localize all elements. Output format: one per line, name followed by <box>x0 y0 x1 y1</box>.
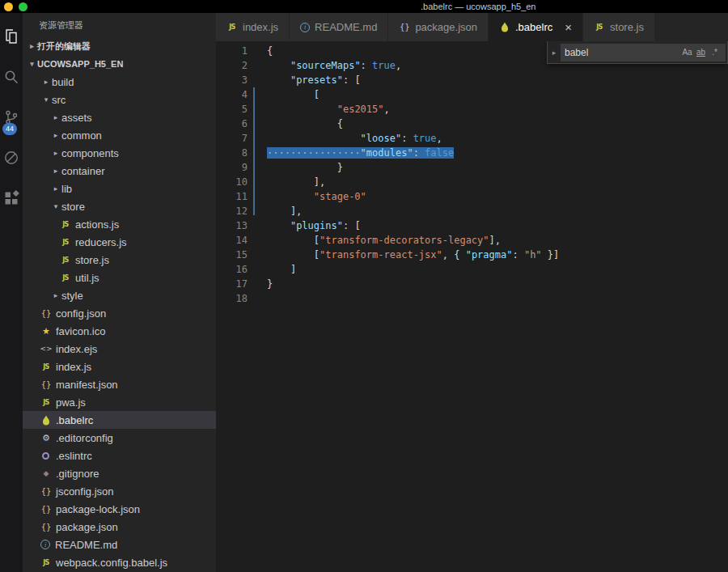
tree-item-src[interactable]: ▾src <box>23 91 216 108</box>
tree-item-util.js[interactable]: JSutil.js <box>23 269 216 286</box>
tree-item-jsconfig.json[interactable]: {}jsconfig.json <box>23 482 216 500</box>
code-line[interactable]: 17} <box>216 277 728 291</box>
tree-item-.editorconfig[interactable]: ⚙.editorconfig <box>23 429 216 447</box>
tree-item-label: .editorconfig <box>56 432 113 444</box>
tree-item-common[interactable]: ▸common <box>23 126 216 144</box>
code-line[interactable]: 8················"modules": false <box>216 146 728 160</box>
gear-file-icon: ⚙ <box>40 432 52 443</box>
line-text: ], <box>267 175 325 189</box>
code-line[interactable]: 16 ] <box>216 262 728 277</box>
code-line[interactable]: 5 "es2015", <box>216 102 728 117</box>
tree-item-label: pwa.js <box>56 396 86 409</box>
code-lines: 1{2 "sourceMaps": true,3 "presets": [4 [… <box>216 41 728 306</box>
line-number: 2 <box>216 58 248 73</box>
tab-store.js[interactable]: JSstore.js <box>583 13 655 41</box>
match-case-toggle[interactable]: Aa <box>680 48 694 57</box>
tree-item-style[interactable]: ▸style <box>23 286 216 304</box>
tree-item-label: favicon.ico <box>56 325 105 337</box>
chevron-right-icon: ▸ <box>40 78 52 86</box>
code-line[interactable]: 10 ], <box>216 175 728 189</box>
workspace-section[interactable]: ▾ UCOWSAPP_H5_EN <box>23 55 216 73</box>
tree-item-components[interactable]: ▸components <box>23 144 216 162</box>
code-line[interactable]: 13 "plugins": [ <box>216 218 728 233</box>
tree-item-README.md[interactable]: iREADME.md <box>23 536 216 553</box>
tree-item-manifest.json[interactable]: {}manifest.json <box>23 375 216 393</box>
code-line[interactable]: 15 ["transform-react-jsx", { "pragma": "… <box>216 248 728 262</box>
activity-search-icon[interactable] <box>0 57 23 97</box>
whole-word-toggle[interactable]: ab <box>694 48 708 57</box>
line-number: 18 <box>216 291 248 306</box>
close-icon[interactable]: × <box>565 21 572 33</box>
tree-item-webpack.config.babel.js[interactable]: JSwebpack.config.babel.js <box>23 553 216 571</box>
tab-package.json[interactable]: {}package.json <box>388 13 489 41</box>
line-text: "es2015", <box>267 102 390 117</box>
js-file-icon: JS <box>60 218 71 230</box>
tree-item-lib[interactable]: ▸lib <box>23 180 216 197</box>
tree-item-package.json[interactable]: {}package.json <box>23 518 216 536</box>
flame-file-icon <box>499 22 510 33</box>
line-text: ], <box>267 204 302 218</box>
tree-item-reducers.js[interactable]: JSreducers.js <box>23 233 216 251</box>
code-line[interactable]: 3 "presets": [ <box>216 73 728 87</box>
tree-item-label: .eslintrc <box>56 450 92 462</box>
info-file-icon: i <box>300 23 310 32</box>
tree-item-.babelrc[interactable]: .babelrc <box>23 411 216 429</box>
tree-item-label: index.js <box>56 361 91 373</box>
code-line[interactable]: 9 } <box>216 160 728 175</box>
line-number: 5 <box>216 102 248 117</box>
tree-item-.eslintrc[interactable]: .eslintrc <box>23 447 216 464</box>
tree-item-store[interactable]: ▾store <box>23 197 216 215</box>
code-line[interactable]: 18 <box>216 291 728 306</box>
find-input[interactable]: babel Aa ab .* <box>561 44 726 61</box>
line-number: 15 <box>216 248 248 262</box>
titlebar: .babelrc — ucowsapp_h5_en <box>0 0 728 13</box>
line-text: } <box>267 160 343 175</box>
code-line[interactable]: 7 "loose": true, <box>216 131 728 146</box>
tab-bar: JSindex.jsiREADME.md{}package.json.babel… <box>216 13 728 41</box>
workspace-label: UCOWSAPP_H5_EN <box>37 59 123 69</box>
tab-index.js[interactable]: JSindex.js <box>216 13 290 41</box>
zoom-button[interactable] <box>19 2 28 11</box>
tab-README.md[interactable]: iREADME.md <box>290 13 388 41</box>
minimize-button[interactable] <box>4 2 13 11</box>
js-file-icon: JS <box>60 254 71 265</box>
tree-item-pwa.js[interactable]: JSpwa.js <box>23 393 216 411</box>
code-line[interactable]: 14 ["transform-decorators-legacy"], <box>216 233 728 248</box>
tree-item-actions.js[interactable]: JSactions.js <box>23 215 216 233</box>
tree-item-store.js[interactable]: JSstore.js <box>23 251 216 269</box>
line-number: 10 <box>216 175 248 189</box>
tree-item-container[interactable]: ▸container <box>23 162 216 180</box>
tree-item-assets[interactable]: ▸assets <box>23 108 216 126</box>
activity-explorer-icon[interactable] <box>0 16 23 57</box>
tree-item-label: build <box>52 76 74 88</box>
line-number: 8 <box>216 146 248 160</box>
tree-item-.gitignore[interactable]: ◆.gitignore <box>23 464 216 482</box>
code-line[interactable]: 12 ], <box>216 204 728 218</box>
tree-item-build[interactable]: ▸build <box>23 73 216 91</box>
open-editors-section[interactable]: ▸ 打开的编辑器 <box>23 37 216 55</box>
file-tree: ▸build▾src▸assets▸common▸components▸cont… <box>23 73 216 571</box>
activity-debug-icon[interactable] <box>0 138 23 178</box>
window-title: .babelrc — ucowsapp_h5_en <box>421 0 535 13</box>
line-number: 14 <box>216 233 248 248</box>
find-expand-chevron-icon[interactable]: ▸ <box>548 49 561 57</box>
js-file-icon: JS <box>40 557 52 568</box>
tree-item-package-lock.json[interactable]: {}package-lock.json <box>23 500 216 518</box>
sidebar-title: 资源管理器 <box>23 13 216 37</box>
tab-.babelrc[interactable]: .babelrc× <box>489 13 583 41</box>
code-line[interactable]: 4 [ <box>216 87 728 102</box>
tree-item-index.js[interactable]: JSindex.js <box>23 358 216 375</box>
tree-item-config.json[interactable]: {}config.json <box>23 304 216 322</box>
activity-source-control-icon[interactable]: 44 <box>0 97 23 138</box>
code-editor[interactable]: 1{2 "sourceMaps": true,3 "presets": [4 [… <box>216 41 728 572</box>
chevron-right-icon: ▸ <box>50 184 61 193</box>
line-text: { <box>267 44 273 58</box>
line-text: ["transform-react-jsx", { "pragma": "h" … <box>267 248 559 262</box>
code-line[interactable]: 11 "stage-0" <box>216 189 728 204</box>
regex-toggle[interactable]: .* <box>708 48 722 57</box>
activity-extensions-icon[interactable] <box>0 178 23 218</box>
code-line[interactable]: 6 { <box>216 117 728 131</box>
tree-item-index.ejs[interactable]: <>index.ejs <box>23 340 216 358</box>
chevron-right-icon: ▸ <box>27 42 37 50</box>
tree-item-favicon.ico[interactable]: ★favicon.ico <box>23 322 216 340</box>
